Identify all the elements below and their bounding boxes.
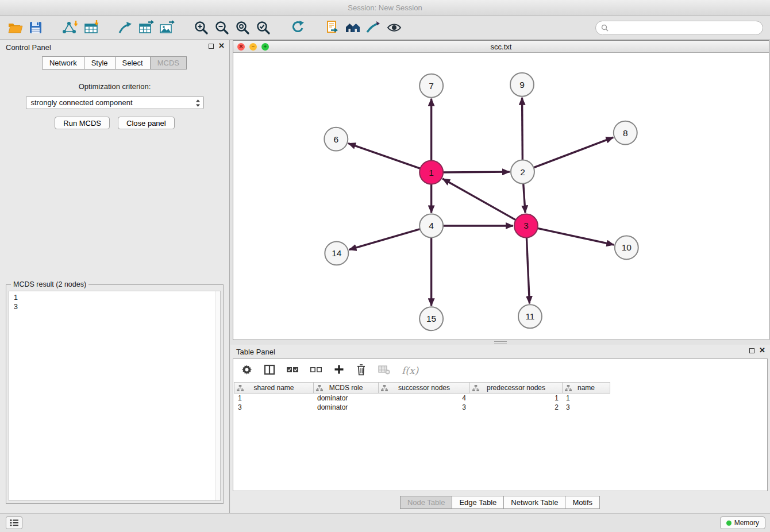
export-image-button[interactable] [156,18,177,37]
network-canvas[interactable]: 7968124314101511 [233,53,769,340]
import-table-button[interactable] [80,18,101,37]
task-history-button[interactable] [6,516,22,529]
float-panel-icon[interactable] [209,44,214,49]
table-cell[interactable]: 3 [378,403,470,412]
toolbar-search[interactable] [595,21,763,35]
tab-motifs[interactable]: Motifs [565,496,600,509]
graph-node-7[interactable]: 7 [419,74,443,98]
table-header-row: shared nameMCDS rolesuccessor nodesprede… [234,382,767,394]
table-cell[interactable]: 1 [234,394,314,403]
zoom-fit-icon [235,20,250,35]
table-cell[interactable]: dominator [313,403,379,412]
save-session-button[interactable] [25,18,46,37]
status-bar: Memory [0,513,770,532]
network-window-titlebar[interactable]: ✕ − + scc.txt [233,41,769,53]
graph-edge-2-8[interactable] [533,137,614,168]
mcds-result-title: MCDS result (2 nodes) [11,280,88,288]
column-header-successor-nodes[interactable]: successor nodes [378,382,470,394]
copy-view-button[interactable] [322,18,342,37]
minimize-window-icon[interactable]: − [249,43,257,51]
delete-table-button[interactable] [378,364,390,377]
select-all-columns-button[interactable] [287,365,299,376]
export-table-button[interactable] [136,18,156,37]
control-panel-header: Control Panel ✕ [0,40,229,54]
graph-edge-1-2[interactable] [442,172,510,172]
show-columns-button[interactable] [264,364,275,377]
table-row[interactable]: 1dominator411 [234,394,767,403]
run-mcds-button[interactable]: Run MCDS [55,117,110,129]
table-cell[interactable]: 3 [234,403,314,412]
tab-select[interactable]: Select [115,56,151,70]
open-session-button[interactable] [5,18,25,37]
first-neighbors-button[interactable] [342,18,363,37]
column-header-shared-name[interactable]: shared name [234,382,314,394]
close-window-icon[interactable]: ✕ [237,43,245,51]
delete-column-button[interactable] [356,364,367,378]
table-cell[interactable]: 3 [562,403,610,412]
graph-node-2[interactable]: 2 [511,160,534,184]
float-table-panel-icon[interactable] [749,348,754,353]
horizontal-splitter[interactable] [230,340,770,345]
mcds-result-list: 13 [9,291,220,313]
graph-edge-3-11[interactable] [526,237,529,303]
close-panel-icon[interactable]: ✕ [218,43,225,49]
svg-text:10: 10 [622,242,632,252]
graph-node-14[interactable]: 14 [325,241,348,265]
show-hide-button[interactable] [384,18,405,37]
zoom-fit-button[interactable] [232,18,253,37]
zoom-selected-button[interactable] [253,18,274,37]
graph-node-11[interactable]: 11 [518,304,542,328]
graph-node-10[interactable]: 10 [615,236,638,259]
column-header-name[interactable]: name [562,382,610,394]
zoom-in-button[interactable] [191,18,211,37]
graph-node-8[interactable]: 8 [614,121,637,145]
import-network-button[interactable] [60,18,80,37]
create-column-button[interactable] [334,364,344,377]
table-cell[interactable]: 2 [469,403,563,412]
close-panel-button[interactable]: Close panel [118,117,175,129]
graph-node-4[interactable]: 4 [419,214,443,237]
graph-node-3[interactable]: 3 [514,214,538,237]
maximize-window-icon[interactable]: + [261,43,269,51]
search-input[interactable] [612,24,757,32]
table-toolbar: f(x) [233,359,767,382]
tab-style[interactable]: Style [84,56,116,70]
criterion-dropdown[interactable]: strongly connected component [26,96,204,109]
table-row[interactable]: 3dominator323 [234,403,767,412]
memory-button[interactable]: Memory [720,516,765,529]
memory-status-icon [726,521,732,526]
columns-icon [264,364,275,375]
graph-edge-3-10[interactable] [537,228,614,245]
refresh-button[interactable] [287,18,308,37]
new-network-button[interactable] [115,18,136,37]
zoom-out-button[interactable] [211,18,232,37]
graph-edge-3-1[interactable] [442,179,516,220]
tab-network[interactable]: Network [42,56,84,70]
tab-node-table[interactable]: Node Table [400,496,453,509]
table-cell[interactable]: dominator [313,394,379,403]
table-cell[interactable]: 1 [469,394,563,403]
table-cell[interactable]: 4 [378,394,470,403]
graph-edge-2-3[interactable] [523,183,525,213]
graph-node-15[interactable]: 15 [419,307,443,330]
graph-node-1[interactable]: 1 [419,161,443,184]
deselect-all-columns-button[interactable] [310,365,322,376]
tab-network-table[interactable]: Network Table [503,496,565,509]
graph-node-9[interactable]: 9 [510,73,534,97]
tab-edge-table[interactable]: Edge Table [452,496,504,509]
apply-style-button[interactable] [363,18,384,37]
close-table-panel-icon[interactable]: ✕ [759,347,765,354]
graph-edge-4-14[interactable] [349,229,421,249]
graph-edge-2-9[interactable] [522,98,523,161]
table-settings-button[interactable] [241,364,252,377]
function-builder-button[interactable]: f(x) [402,365,418,376]
graph-node-6[interactable]: 6 [324,128,348,151]
column-header-predecessor-nodes[interactable]: predecessor nodes [469,382,563,394]
result-scrollbar[interactable] [215,291,220,500]
column-type-icon [565,385,572,391]
tab-mcds[interactable]: MCDS [150,56,187,70]
column-header-MCDS-role[interactable]: MCDS role [313,382,379,394]
table-cell[interactable]: 1 [562,394,610,403]
graph-edge-1-6[interactable] [348,143,421,168]
zoom-selected-icon [256,20,271,35]
